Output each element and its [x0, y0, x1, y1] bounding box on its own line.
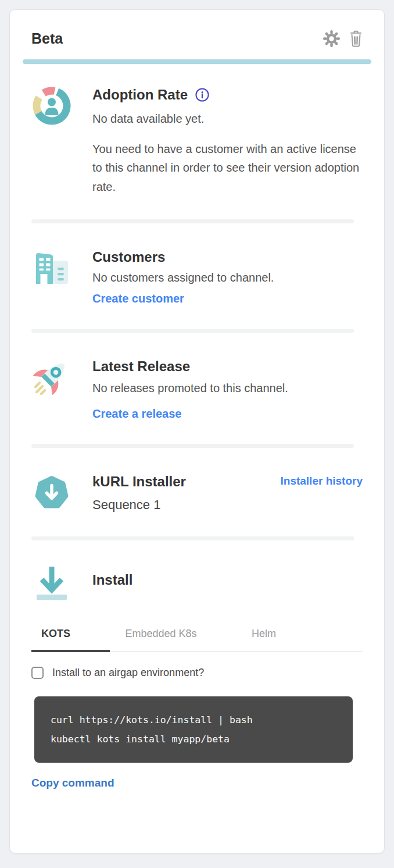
release-empty-text: No releases promoted to this channel.	[92, 382, 363, 395]
tab-kots[interactable]: KOTS	[31, 622, 110, 652]
download-arrow-icon	[31, 564, 72, 604]
heptagon-download-icon	[31, 472, 72, 513]
kurl-installer-title: kURL Installer	[92, 474, 281, 490]
adoption-hint-text: You need to have a customer with an acti…	[92, 140, 361, 196]
install-tabs: KOTS Embedded K8s Helm	[31, 622, 363, 652]
latest-release-title: Latest Release	[92, 358, 363, 375]
info-circle-icon[interactable]	[195, 87, 210, 102]
tab-embedded-k8s[interactable]: Embedded K8s	[110, 622, 212, 652]
section-divider	[31, 219, 354, 223]
install-title: Install	[92, 572, 363, 588]
airgap-label[interactable]: Install to an airgap environment?	[52, 667, 204, 679]
section-divider	[31, 329, 354, 333]
channel-accent-bar	[23, 59, 371, 64]
buildings-icon	[31, 248, 72, 305]
latest-release-section: Latest Release No releases promoted to t…	[31, 357, 363, 421]
copy-command-link[interactable]: Copy command	[31, 777, 114, 789]
customers-empty-text: No customers assigned to channel.	[92, 271, 363, 284]
delete-channel-button[interactable]	[348, 30, 364, 48]
airgap-checkbox[interactable]	[31, 667, 44, 679]
installer-history-link[interactable]: Installer history	[281, 475, 363, 513]
install-command-block: curl https://kots.io/install | bash kube…	[34, 696, 353, 763]
rocket-icon	[31, 357, 72, 421]
section-divider	[31, 444, 354, 448]
installer-sequence: Sequence 1	[92, 497, 281, 513]
trash-icon	[348, 41, 364, 49]
customers-title: Customers	[92, 249, 363, 265]
adoption-empty-text: No data available yet.	[92, 112, 363, 126]
command-line-2: kubectl kots install myapp/beta	[51, 734, 230, 745]
card-header: Beta	[31, 30, 364, 48]
kurl-installer-section: kURL Installer Sequence 1 Installer hist…	[31, 472, 363, 513]
create-customer-link[interactable]: Create customer	[92, 292, 184, 305]
customers-section: Customers No customers assigned to chann…	[31, 248, 363, 305]
section-divider	[31, 536, 354, 540]
gear-icon	[323, 41, 341, 49]
donut-avatar-icon	[31, 86, 72, 196]
channel-title: Beta	[31, 30, 63, 47]
airgap-row: Install to an airgap environment?	[31, 667, 363, 679]
channel-card: Beta	[9, 9, 385, 853]
command-line-1: curl https://kots.io/install | bash	[51, 714, 253, 725]
create-release-link[interactable]: Create a release	[92, 407, 181, 421]
install-section: Install	[31, 564, 363, 604]
settings-button[interactable]	[323, 30, 341, 48]
adoption-rate-title: Adoption Rate	[92, 87, 363, 103]
tab-helm[interactable]: Helm	[212, 622, 316, 652]
adoption-rate-section: Adoption Rate No data available yet. You…	[31, 86, 363, 196]
header-actions	[323, 30, 364, 48]
